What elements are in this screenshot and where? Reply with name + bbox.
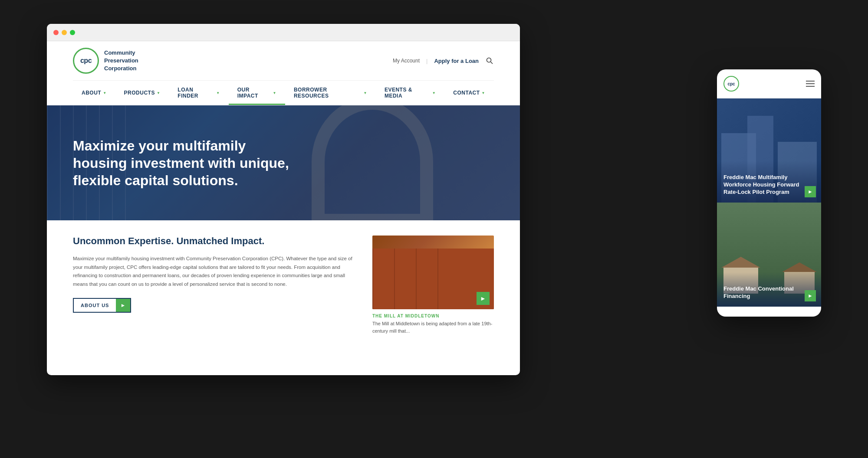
mobile-card-2-arrow[interactable]: ► bbox=[805, 290, 816, 301]
nav-item-events-media[interactable]: EVENTS & MEDIA ▼ bbox=[376, 81, 444, 105]
about-us-arrow-icon: ► bbox=[116, 299, 130, 312]
nav-item-loan-finder[interactable]: LOAN FINDER ▼ bbox=[169, 81, 228, 105]
nav-arrow-events-media: ▼ bbox=[432, 91, 436, 95]
section-body: Maximize your multifamily housing invest… bbox=[73, 255, 355, 288]
hero-headline: Maximize your multifamily housing invest… bbox=[73, 137, 290, 189]
nav-item-about[interactable]: ABOUT ▼ bbox=[73, 84, 115, 102]
nav-item-our-impact[interactable]: OUR IMPACT ▼ bbox=[229, 81, 285, 105]
minimize-dot[interactable] bbox=[62, 30, 67, 35]
mobile-browser: cpc Freddie Mac Multifamily Workforce Ho… bbox=[717, 69, 821, 317]
nav-bar: ABOUT ▼ PRODUCTS ▼ LOAN FINDER ▼ OUR IMP… bbox=[73, 80, 494, 105]
mobile-card-2-title: Freddie Mac Conventional Financing bbox=[723, 285, 815, 300]
nav-item-borrower-resources[interactable]: BORROWER RESOURCES ▼ bbox=[285, 81, 376, 105]
hamburger-icon[interactable] bbox=[806, 81, 815, 87]
about-us-button[interactable]: ABOUT US ► bbox=[73, 298, 131, 313]
my-account-link[interactable]: My Account bbox=[393, 58, 420, 64]
featured-card-arrow[interactable]: ► bbox=[477, 292, 490, 305]
content-left: Uncommon Expertise. Unmatched Impact. Ma… bbox=[73, 236, 355, 334]
card-description: The Mill at Middletown is being adapted … bbox=[372, 320, 494, 334]
logo-text: cpc bbox=[80, 57, 92, 65]
hero-section: Maximize your multifamily housing invest… bbox=[47, 105, 520, 220]
nav-arrow-our-impact: ▼ bbox=[273, 91, 276, 95]
separator: | bbox=[426, 58, 427, 64]
card-label: THE MILL AT MIDDLETOWN bbox=[372, 314, 494, 318]
company-name: Community Preservation Corporation bbox=[104, 49, 138, 73]
content-right: ► THE MILL AT MIDDLETOWN The Mill at Mid… bbox=[372, 236, 494, 334]
nav-arrow-borrower-resources: ▼ bbox=[364, 91, 367, 95]
search-icon[interactable] bbox=[485, 56, 494, 65]
maximize-dot[interactable] bbox=[70, 30, 75, 35]
main-content: Uncommon Expertise. Unmatched Impact. Ma… bbox=[47, 220, 520, 350]
nav-arrow-products: ▼ bbox=[157, 91, 160, 95]
mobile-card-2-overlay: Freddie Mac Conventional Financing bbox=[717, 272, 821, 307]
logo-area: cpc Community Preservation Corporation bbox=[73, 48, 138, 74]
hero-overlay: Maximize your multifamily housing invest… bbox=[47, 105, 520, 220]
nav-arrow-about: ▼ bbox=[103, 91, 106, 95]
mobile-logo[interactable]: cpc bbox=[723, 76, 739, 92]
logo-icon[interactable]: cpc bbox=[73, 48, 99, 74]
mobile-card-2: Freddie Mac Conventional Financing ► bbox=[717, 203, 821, 307]
apply-loan-link[interactable]: Apply for a Loan bbox=[434, 58, 479, 64]
mobile-logo-text: cpc bbox=[727, 82, 735, 86]
browser-content: cpc Community Preservation Corporation M… bbox=[47, 41, 520, 375]
svg-point-0 bbox=[487, 58, 491, 62]
mobile-card-1: Freddie Mac Multifamily Workforce Housin… bbox=[717, 98, 821, 203]
desktop-browser: cpc Community Preservation Corporation M… bbox=[47, 24, 520, 375]
nav-arrow-contact: ▼ bbox=[482, 91, 485, 95]
featured-image-card: ► bbox=[372, 236, 494, 309]
mobile-header: cpc bbox=[717, 69, 821, 98]
nav-arrow-loan-finder: ▼ bbox=[216, 91, 220, 95]
building-facade-image bbox=[372, 249, 494, 309]
svg-line-1 bbox=[491, 62, 493, 64]
mobile-card-1-arrow[interactable]: ► bbox=[805, 186, 816, 197]
hero-text-area: Maximize your multifamily housing invest… bbox=[47, 137, 316, 189]
section-headline: Uncommon Expertise. Unmatched Impact. bbox=[73, 236, 355, 247]
mobile-card-1-title: Freddie Mac Multifamily Workforce Housin… bbox=[723, 174, 815, 196]
site-header: cpc Community Preservation Corporation M… bbox=[47, 41, 520, 105]
about-us-label: ABOUT US bbox=[74, 299, 116, 311]
header-right: My Account | Apply for a Loan bbox=[393, 56, 494, 65]
close-dot[interactable] bbox=[53, 30, 59, 35]
nav-item-products[interactable]: PRODUCTS ▼ bbox=[115, 84, 169, 102]
browser-chrome bbox=[47, 24, 520, 41]
header-top: cpc Community Preservation Corporation M… bbox=[73, 48, 494, 80]
nav-item-contact[interactable]: CONTACT ▼ bbox=[444, 84, 494, 102]
